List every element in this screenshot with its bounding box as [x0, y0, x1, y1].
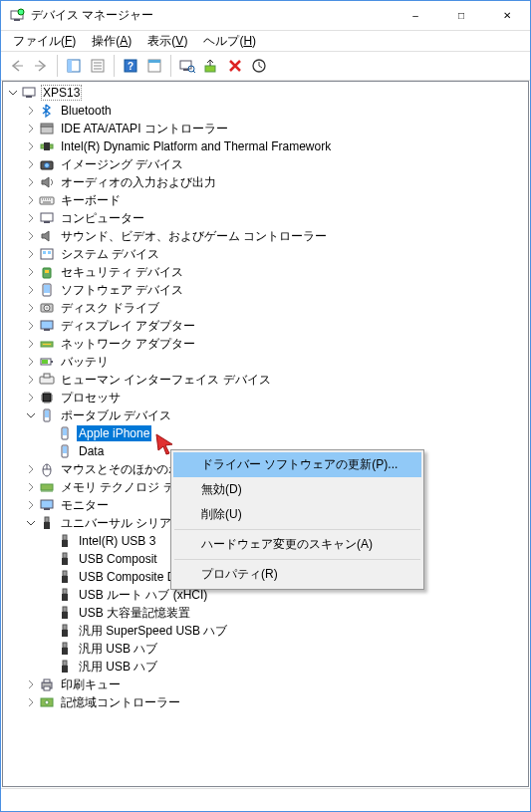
- tree-item[interactable]: コンピューター: [5, 209, 526, 227]
- chevron-right-icon[interactable]: [23, 679, 39, 689]
- tree-label[interactable]: Apple iPhone: [77, 425, 151, 441]
- chevron-right-icon[interactable]: [23, 500, 39, 510]
- menu-action[interactable]: 操作(A): [84, 32, 139, 51]
- menu-help[interactable]: ヘルプ(H): [195, 32, 264, 51]
- tree-label[interactable]: モニター: [59, 496, 111, 515]
- scan-hardware-button[interactable]: [175, 54, 199, 78]
- tree-label[interactable]: Intel(R) Dynamic Platform and Thermal Fr…: [59, 138, 333, 154]
- tree-label[interactable]: セキュリティ デバイス: [59, 263, 185, 282]
- tree-label[interactable]: 汎用 SuperSpeed USB ハブ: [77, 622, 229, 641]
- tree-item-storage[interactable]: 記憶域コントローラー: [5, 693, 526, 711]
- tree-label[interactable]: 記憶域コントローラー: [59, 693, 182, 712]
- tree-item[interactable]: ネットワーク アダプター: [5, 335, 526, 353]
- tree-item[interactable]: ディスク ドライブ: [5, 299, 526, 317]
- chevron-right-icon[interactable]: [23, 375, 39, 385]
- tree-item[interactable]: バッテリ: [5, 353, 526, 371]
- chevron-right-icon[interactable]: [23, 213, 39, 223]
- ctx-properties[interactable]: プロパティ(R): [173, 562, 421, 587]
- disable-button[interactable]: [247, 54, 271, 78]
- tree-label[interactable]: USB Composit: [77, 551, 159, 567]
- tree-label[interactable]: USB 大容量記憶装置: [77, 604, 192, 623]
- minimize-button[interactable]: –: [393, 1, 438, 30]
- tree-item[interactable]: オーディオの入力および出力: [5, 173, 526, 191]
- tree-item[interactable]: ソフトウェア デバイス: [5, 281, 526, 299]
- help-button[interactable]: ?: [119, 54, 142, 78]
- tree-item[interactable]: 汎用 USB ハブ: [5, 658, 526, 676]
- close-button[interactable]: ✕: [484, 1, 530, 30]
- ctx-update-driver[interactable]: ドライバー ソフトウェアの更新(P)...: [173, 452, 421, 477]
- chevron-down-icon[interactable]: [23, 518, 39, 528]
- tree-label[interactable]: イメージング デバイス: [59, 155, 185, 174]
- device-tree[interactable]: XPS13 BluetoothIDE ATA/ATAPI コントローラーInte…: [2, 81, 529, 787]
- tree-item[interactable]: 汎用 USB ハブ: [5, 640, 526, 658]
- tree-label[interactable]: ヒューマン インターフェイス デバイス: [59, 371, 273, 390]
- tree-item[interactable]: プロセッサ: [5, 389, 526, 406]
- uninstall-button[interactable]: [223, 54, 247, 78]
- tree-label[interactable]: ユニバーサル シリアル: [59, 514, 185, 533]
- show-tree-button[interactable]: [62, 54, 86, 78]
- chevron-right-icon[interactable]: [23, 697, 39, 707]
- chevron-right-icon[interactable]: [23, 393, 39, 403]
- tree-item[interactable]: Intel(R) Dynamic Platform and Thermal Fr…: [5, 137, 526, 155]
- tree-label[interactable]: Bluetooth: [59, 103, 114, 119]
- tree-item[interactable]: IDE ATA/ATAPI コントローラー: [5, 120, 526, 137]
- menu-file[interactable]: ファイル(F): [5, 32, 84, 51]
- ctx-scan[interactable]: ハードウェア変更のスキャン(A): [173, 532, 421, 557]
- tree-item[interactable]: ヒューマン インターフェイス デバイス: [5, 371, 526, 389]
- chevron-right-icon[interactable]: [23, 303, 39, 313]
- tree-label[interactable]: システム デバイス: [59, 245, 161, 264]
- chevron-right-icon[interactable]: [23, 159, 39, 169]
- ctx-disable[interactable]: 無効(D): [173, 477, 421, 502]
- tree-label[interactable]: Intel(R) USB 3: [77, 533, 157, 549]
- tree-label[interactable]: オーディオの入力および出力: [59, 173, 218, 192]
- tree-label[interactable]: 汎用 USB ハブ: [77, 640, 159, 659]
- menu-view[interactable]: 表示(V): [139, 32, 195, 51]
- tree-root[interactable]: XPS13: [5, 84, 526, 102]
- chevron-right-icon[interactable]: [23, 249, 39, 259]
- tree-label[interactable]: ディスプレイ アダプター: [59, 317, 197, 336]
- chevron-right-icon[interactable]: [23, 357, 39, 367]
- chevron-right-icon[interactable]: [23, 464, 39, 474]
- tree-label[interactable]: キーボード: [59, 191, 123, 210]
- tree-item[interactable]: 汎用 SuperSpeed USB ハブ: [5, 622, 526, 640]
- chevron-right-icon[interactable]: [23, 321, 39, 331]
- tree-item-iphone[interactable]: Apple iPhone: [5, 424, 526, 442]
- tree-item[interactable]: システム デバイス: [5, 245, 526, 263]
- tree-label[interactable]: ソフトウェア デバイス: [59, 281, 185, 300]
- tree-label[interactable]: コンピューター: [59, 209, 146, 228]
- tree-item[interactable]: セキュリティ デバイス: [5, 263, 526, 281]
- chevron-right-icon[interactable]: [23, 482, 39, 492]
- tree-label[interactable]: 汎用 USB ハブ: [77, 658, 159, 677]
- tree-label[interactable]: ネットワーク アダプター: [59, 335, 197, 354]
- chevron-down-icon[interactable]: [5, 88, 21, 98]
- tree-label[interactable]: IDE ATA/ATAPI コントローラー: [59, 120, 230, 138]
- chevron-right-icon[interactable]: [23, 267, 39, 277]
- chevron-right-icon[interactable]: [23, 285, 39, 295]
- tree-label[interactable]: Data: [77, 443, 106, 459]
- tree-item[interactable]: キーボード: [5, 191, 526, 209]
- tree-label[interactable]: ポータブル デバイス: [59, 406, 173, 425]
- tree-label[interactable]: プロセッサ: [59, 389, 123, 407]
- tree-item[interactable]: ディスプレイ アダプター: [5, 317, 526, 335]
- chevron-down-icon[interactable]: [23, 410, 39, 420]
- chevron-right-icon[interactable]: [23, 195, 39, 205]
- chevron-right-icon[interactable]: [23, 339, 39, 349]
- update-driver-button[interactable]: [199, 54, 223, 78]
- tree-item-portable[interactable]: ポータブル デバイス: [5, 406, 526, 424]
- tree-item[interactable]: Bluetooth: [5, 102, 526, 120]
- tree-label[interactable]: ディスク ドライブ: [59, 299, 161, 318]
- properties-button[interactable]: [86, 54, 110, 78]
- back-button[interactable]: [5, 54, 29, 78]
- maximize-button[interactable]: □: [438, 1, 484, 30]
- tree-label[interactable]: マウスとそのほかのポ: [59, 460, 182, 479]
- tree-label[interactable]: バッテリ: [59, 353, 111, 372]
- chevron-right-icon[interactable]: [23, 231, 39, 241]
- tree-item[interactable]: USB 大容量記憶装置: [5, 604, 526, 622]
- chevron-right-icon[interactable]: [23, 124, 39, 134]
- chevron-right-icon[interactable]: [23, 106, 39, 116]
- root-label[interactable]: XPS13: [41, 85, 82, 101]
- tree-item[interactable]: イメージング デバイス: [5, 155, 526, 173]
- chevron-right-icon[interactable]: [23, 177, 39, 187]
- tree-item-print[interactable]: 印刷キュー: [5, 676, 526, 693]
- ctx-delete[interactable]: 削除(U): [173, 502, 421, 527]
